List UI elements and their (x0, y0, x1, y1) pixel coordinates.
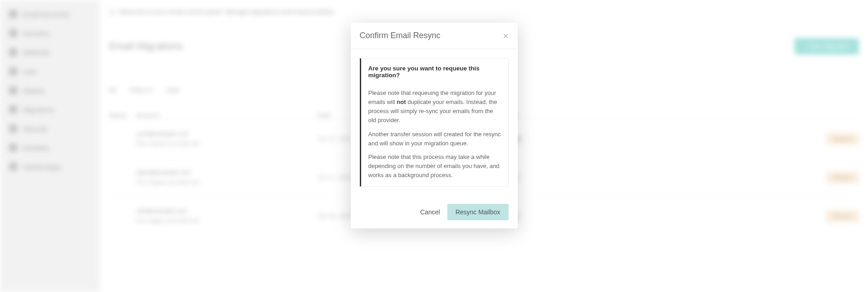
close-icon[interactable]: × (503, 31, 509, 40)
resync-mailbox-button[interactable]: Resync Mailbox (447, 204, 509, 220)
modal-paragraph-1: Please note that requeuing the migration… (368, 89, 501, 125)
modal-title: Confirm Email Resync (360, 31, 441, 40)
cancel-button[interactable]: Cancel (420, 208, 440, 216)
modal-overlay: Confirm Email Resync × Are you sure you … (0, 0, 868, 292)
modal-paragraph-2: Another transfer session will created fo… (368, 130, 501, 148)
modal-heading: Are you sure you want to requeue this mi… (368, 65, 501, 79)
confirm-resync-modal: Confirm Email Resync × Are you sure you … (351, 23, 518, 228)
modal-message: Are you sure you want to requeue this mi… (360, 58, 509, 187)
modal-paragraph-3: Please note that this process may take a… (368, 153, 501, 180)
